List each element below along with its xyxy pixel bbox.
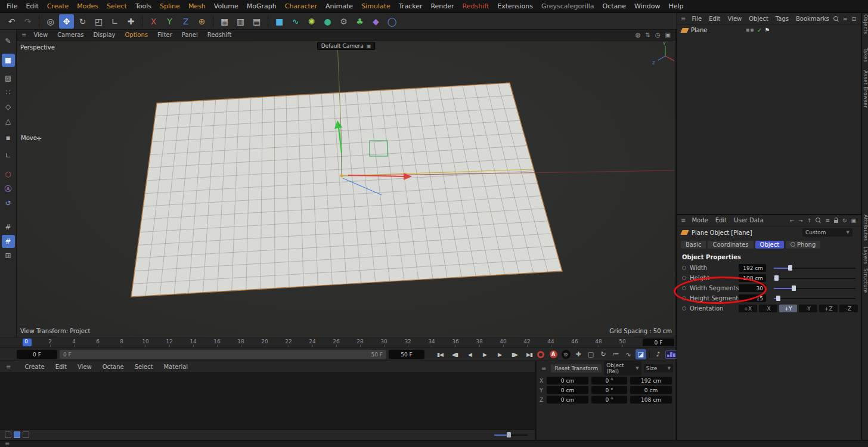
model-mode-icon[interactable]: ■ <box>2 54 15 67</box>
render-settings-button[interactable]: ▤ <box>249 14 264 29</box>
uv-mode-icon[interactable]: ▪ <box>2 131 15 144</box>
redo-icon[interactable]: ↷ <box>20 14 35 29</box>
reset-transform-button[interactable]: Reset Transform <box>551 364 602 372</box>
timeline-ruler[interactable]: 0246810121416182022242628303234363840424… <box>0 337 675 347</box>
add-simulation-button[interactable]: ◯ <box>385 14 399 29</box>
height-input[interactable]: 108 cm <box>739 274 766 282</box>
attributes-menu-icon[interactable]: ≡ <box>678 217 688 224</box>
menu-modes[interactable]: Modes <box>73 2 103 10</box>
scale-tool-icon[interactable]: ◰ <box>91 14 106 29</box>
add-primitive-button[interactable]: ■ <box>272 14 287 29</box>
camera-menu-icon[interactable]: ▣ <box>367 44 371 49</box>
viewport-canvas[interactable]: YXZ Perspective Default Camera ▣ Move ✛ … <box>17 41 675 337</box>
enabled-check-icon[interactable]: ✓ <box>757 27 762 33</box>
axis-mode-icon[interactable]: ∟ <box>2 149 15 162</box>
viewport-menu-filter[interactable]: Filter <box>153 32 177 38</box>
x-position-field[interactable]: 0 cm <box>547 377 588 384</box>
viewport-menu-panel[interactable]: Panel <box>177 32 203 38</box>
previous-frame-button[interactable]: ◀ <box>463 349 477 359</box>
render-sphere-icon[interactable]: ◍ <box>636 32 641 38</box>
menu-extensions[interactable]: Extensions <box>493 2 537 10</box>
keyframe-circle[interactable] <box>682 286 686 290</box>
material-menu-view[interactable]: View <box>72 364 97 370</box>
add-effector-button[interactable]: ♣ <box>352 14 367 29</box>
orientation-x[interactable]: -X <box>759 305 777 312</box>
viewport-view-label[interactable]: Perspective <box>20 44 55 51</box>
move-tool-icon[interactable]: ✥ <box>59 14 74 29</box>
height-segments-input[interactable]: 15 <box>739 294 766 302</box>
render-view-button[interactable]: ▦ <box>217 14 232 29</box>
edges-mode-icon[interactable]: ◇ <box>2 100 15 113</box>
live-selection-icon[interactable]: ◎ <box>43 14 58 29</box>
width-slider[interactable] <box>774 264 855 272</box>
viewport-menu-display[interactable]: Display <box>89 32 120 38</box>
y-axis-lock-button[interactable]: Y <box>162 14 177 29</box>
object-manager-menu-object[interactable]: Object <box>745 15 772 22</box>
menu-octane[interactable]: Octane <box>599 2 631 10</box>
material-menu-select[interactable]: Select <box>129 364 159 370</box>
visibility-toggles[interactable] <box>746 29 755 32</box>
workplane-icon[interactable]: # <box>2 221 15 234</box>
menu-window[interactable]: Window <box>630 2 664 10</box>
current-frame-display[interactable]: 0 F <box>643 339 674 346</box>
autokey-button[interactable]: A <box>548 349 559 359</box>
width-input[interactable]: 192 cm <box>739 264 766 272</box>
y-rotation-field[interactable]: 0 ° <box>591 386 627 394</box>
viewport-menu-cameras[interactable]: Cameras <box>52 32 88 38</box>
y-size-field[interactable]: 0 cm <box>630 386 672 394</box>
key-parameter-toggle[interactable]: ≔ <box>610 349 621 359</box>
attribute-menu-mode[interactable]: Mode <box>688 217 711 224</box>
panel-tab-objects[interactable]: Objects <box>863 14 868 35</box>
go-to-start-button[interactable]: ▮◀ <box>433 349 447 359</box>
orientation-z[interactable]: -Z <box>839 305 858 312</box>
solo-mode-icon[interactable]: Ⓐ <box>2 182 15 195</box>
rotate-tool-icon[interactable]: ↻ <box>75 14 90 29</box>
z-size-field[interactable]: 108 cm <box>630 396 672 403</box>
width-segments-slider[interactable] <box>774 284 855 292</box>
menu-help[interactable]: Help <box>664 2 687 10</box>
browser-icon[interactable]: ⊡ <box>851 16 856 22</box>
menu-render[interactable]: Render <box>426 2 458 10</box>
menu-spline[interactable]: Spline <box>156 2 184 10</box>
list-view-icon[interactable] <box>5 432 11 438</box>
viewport-menu-options[interactable]: Options <box>120 32 153 38</box>
planar-workplane-icon[interactable]: # <box>2 235 15 248</box>
menu-select[interactable]: Select <box>103 2 131 10</box>
object-row-plane[interactable]: Plane ✓ ⚑ <box>677 25 861 35</box>
status-menu-icon[interactable]: ≡ <box>2 440 12 447</box>
sound-button[interactable]: ♪ <box>653 349 664 359</box>
refresh-icon[interactable]: ↻ <box>842 218 847 224</box>
coordinates-menu-icon[interactable]: ≡ <box>539 365 548 372</box>
keyframe-circle[interactable] <box>682 306 686 311</box>
menu-mograph[interactable]: MoGraph <box>243 2 281 10</box>
forward-icon[interactable]: → <box>798 218 803 224</box>
up-icon[interactable]: ↑ <box>807 218 812 224</box>
key-scale-toggle[interactable]: ▢ <box>585 349 596 359</box>
panel-tab-takes[interactable]: Takes <box>863 48 868 62</box>
menu-tools[interactable]: Tools <box>131 2 156 10</box>
back-icon[interactable]: ← <box>790 218 795 224</box>
menu-greyscalegorilla[interactable]: Greyscalegorilla <box>537 2 599 10</box>
coordinate-system-button[interactable]: ⊕ <box>194 14 209 29</box>
attribute-menu-user-data[interactable]: User Data <box>730 217 767 224</box>
object-manager-menu-view[interactable]: View <box>724 15 746 22</box>
keyframe-selection-button[interactable]: ◪ <box>636 349 646 359</box>
previous-key-button[interactable]: ◀▮ <box>448 349 462 359</box>
snap-icon[interactable]: ⊞ <box>2 249 15 262</box>
material-menu-material[interactable]: Material <box>159 364 194 370</box>
axis-modify-icon[interactable]: ✚ <box>123 14 138 29</box>
material-menu-icon[interactable]: ≡ <box>4 364 13 370</box>
tab-phong[interactable]: Phong <box>786 241 820 249</box>
icon-view-icon[interactable] <box>14 432 20 438</box>
next-key-button[interactable]: ▮▶ <box>507 349 522 359</box>
menu-volume[interactable]: Volume <box>210 2 243 10</box>
measure-tool-icon[interactable]: ∟ <box>107 14 122 29</box>
lock-icon[interactable] <box>834 220 838 223</box>
z-position-field[interactable]: 0 cm <box>547 396 588 403</box>
viewport-menu-icon[interactable]: ≡ <box>19 32 29 38</box>
menu-file[interactable]: File <box>2 2 21 10</box>
keyframe-circle[interactable] <box>682 276 686 280</box>
play-forwards-button[interactable]: ▶ <box>478 349 492 359</box>
next-frame-button[interactable]: ▶ <box>492 349 507 359</box>
make-editable-icon[interactable]: ✎ <box>2 35 15 48</box>
